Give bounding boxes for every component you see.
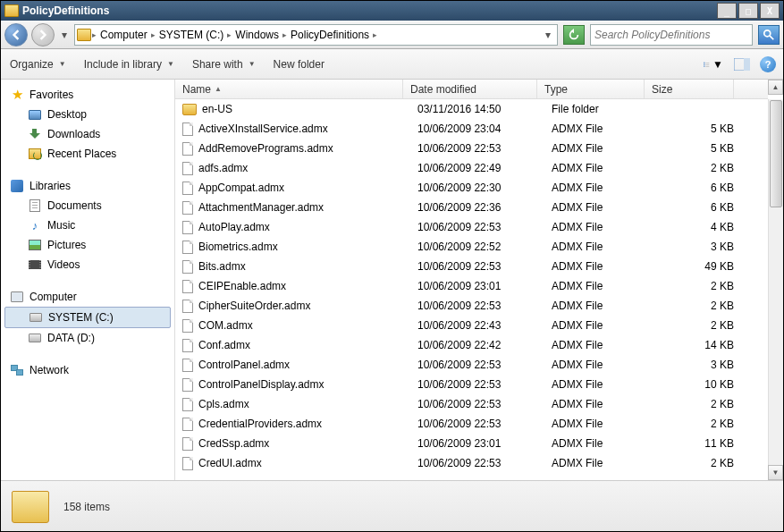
file-row[interactable]: CredUI.admx10/06/2009 22:53ADMX File2 KB [175, 453, 768, 473]
file-row[interactable]: en-US03/11/2016 14:50File folder [175, 99, 768, 119]
file-row[interactable]: Bits.admx10/06/2009 22:53ADMX File49 KB [175, 257, 768, 276]
file-row[interactable]: COM.admx10/06/2009 22:43ADMX File2 KB [175, 316, 768, 335]
share-with-menu[interactable]: Share with▼ [190, 55, 257, 74]
search-input[interactable] [594, 29, 748, 41]
nav-music[interactable]: ♪Music [4, 215, 171, 235]
file-name: AutoPlay.admx [198, 221, 270, 233]
maximize-button[interactable]: □ [738, 3, 758, 19]
chevron-right-icon[interactable]: ▸ [91, 30, 97, 39]
column-size[interactable]: Size [645, 80, 734, 98]
file-icon [182, 142, 193, 156]
back-button[interactable] [4, 23, 28, 46]
file-date: 10/06/2009 22:43 [410, 319, 544, 332]
breadcrumb-computer[interactable]: Computer [97, 29, 150, 41]
scroll-up-button[interactable]: ▲ [768, 80, 783, 95]
file-row[interactable]: Conf.admx10/06/2009 22:42ADMX File14 KB [175, 335, 768, 355]
file-row[interactable]: AttachmentManager.admx10/06/2009 22:36AD… [175, 198, 768, 217]
breadcrumb-policydefinitions[interactable]: PolicyDefinitions [288, 29, 372, 41]
favorites-header[interactable]: ★Favorites [4, 85, 171, 105]
chevron-right-icon[interactable]: ▸ [150, 30, 156, 39]
file-row[interactable]: ControlPanel.admx10/06/2009 22:53ADMX Fi… [175, 355, 768, 375]
organize-menu[interactable]: Organize▼ [8, 55, 68, 74]
file-row[interactable]: Cpls.admx10/06/2009 22:53ADMX File2 KB [175, 394, 768, 414]
file-date: 10/06/2009 22:53 [410, 359, 544, 371]
file-row[interactable]: CredentialProviders.admx10/06/2009 22:53… [175, 414, 768, 434]
file-row[interactable]: adfs.admx10/06/2009 22:49ADMX File2 KB [175, 158, 768, 178]
breadcrumb-windows[interactable]: Windows [232, 29, 282, 41]
nav-downloads[interactable]: Downloads [4, 124, 171, 144]
pictures-icon [28, 238, 42, 252]
file-row[interactable]: AddRemovePrograms.admx10/06/2009 22:53AD… [175, 139, 768, 158]
chevron-right-icon[interactable]: ▸ [226, 30, 232, 39]
breadcrumb-system-c[interactable]: SYSTEM (C:) [156, 29, 227, 41]
include-in-library-menu[interactable]: Include in library▼ [82, 55, 176, 74]
column-date-modified[interactable]: Date modified [403, 80, 537, 98]
file-size: 3 KB [652, 359, 741, 371]
address-dropdown[interactable]: ▾ [541, 29, 555, 41]
file-type: ADMX File [544, 122, 652, 135]
file-size: 5 KB [652, 122, 741, 135]
scrollbar[interactable] [768, 99, 783, 480]
file-size: 6 KB [652, 201, 741, 214]
file-row[interactable]: ControlPanelDisplay.admx10/06/2009 22:53… [175, 375, 768, 394]
computer-header[interactable]: Computer [4, 287, 171, 307]
nav-desktop[interactable]: Desktop [4, 105, 171, 124]
file-row[interactable]: AutoPlay.admx10/06/2009 22:53ADMX File4 … [175, 217, 768, 237]
file-date: 10/06/2009 22:36 [410, 201, 544, 214]
history-dropdown[interactable]: ▾ [58, 26, 71, 44]
close-button[interactable]: X [760, 3, 780, 19]
nav-system-c[interactable]: SYSTEM (C:) [4, 307, 171, 328]
libraries-header[interactable]: Libraries [4, 176, 171, 196]
file-name: COM.admx [198, 319, 253, 332]
column-name[interactable]: Name▲ [175, 80, 403, 98]
search-box[interactable] [590, 24, 753, 46]
view-options-button[interactable]: ▼ [703, 55, 724, 74]
nav-documents[interactable]: Documents [4, 196, 171, 215]
file-row[interactable]: CredSsp.admx10/06/2009 23:01ADMX File11 … [175, 434, 768, 453]
file-row[interactable]: CipherSuiteOrder.admx10/06/2009 22:53ADM… [175, 296, 768, 316]
file-row[interactable]: ActiveXInstallService.admx10/06/2009 23:… [175, 119, 768, 139]
file-icon [182, 201, 193, 215]
star-icon: ★ [10, 88, 24, 102]
chevron-right-icon[interactable]: ▸ [282, 30, 288, 39]
nav-videos[interactable]: Videos [4, 255, 171, 274]
file-row[interactable]: Biometrics.admx10/06/2009 22:52ADMX File… [175, 237, 768, 257]
file-icon [182, 260, 193, 274]
file-date: 10/06/2009 22:53 [410, 418, 544, 430]
svg-rect-4 [704, 65, 705, 66]
column-type[interactable]: Type [537, 80, 645, 98]
scrollbar-thumb[interactable] [770, 100, 782, 207]
chevron-right-icon[interactable]: ▸ [372, 30, 378, 39]
file-name: AttachmentManager.admx [198, 201, 324, 214]
file-type: ADMX File [544, 162, 652, 174]
file-row[interactable]: CEIPEnable.admx10/06/2009 23:01ADMX File… [175, 276, 768, 296]
file-name: CredentialProviders.admx [198, 418, 322, 430]
nav-pictures[interactable]: Pictures [4, 235, 171, 255]
scroll-down-button[interactable]: ▼ [768, 465, 783, 480]
file-date: 10/06/2009 23:01 [410, 437, 544, 450]
new-folder-button[interactable]: New folder [272, 55, 326, 74]
file-list[interactable]: en-US03/11/2016 14:50File folderActiveXI… [175, 99, 768, 480]
window-title: PolicyDefinitions [22, 4, 717, 17]
forward-button[interactable] [31, 23, 55, 46]
network-header[interactable]: Network [4, 360, 171, 380]
svg-rect-9 [744, 58, 750, 71]
file-type: ADMX File [544, 201, 652, 214]
status-bar: 158 items [1, 480, 783, 532]
help-button[interactable]: ? [760, 56, 776, 72]
file-size: 2 KB [652, 162, 741, 174]
search-button[interactable] [758, 25, 780, 45]
minimize-button[interactable]: _ [717, 3, 737, 19]
nav-data-d[interactable]: DATA (D:) [4, 328, 171, 348]
network-icon [10, 363, 24, 377]
toolbar: Organize▼ Include in library▼ Share with… [1, 49, 783, 80]
preview-pane-button[interactable] [731, 55, 753, 74]
nav-recent-places[interactable]: Recent Places [4, 144, 171, 164]
file-row[interactable]: AppCompat.admx10/06/2009 22:30ADMX File6… [175, 178, 768, 198]
refresh-button[interactable] [563, 25, 585, 45]
explorer-body: ★Favorites Desktop Downloads Recent Plac… [1, 80, 783, 480]
file-name: Biometrics.admx [198, 241, 278, 253]
address-bar[interactable]: ▸ Computer ▸ SYSTEM (C:) ▸ Windows ▸ Pol… [74, 24, 558, 46]
svg-rect-3 [704, 63, 705, 64]
file-icon [182, 182, 193, 195]
